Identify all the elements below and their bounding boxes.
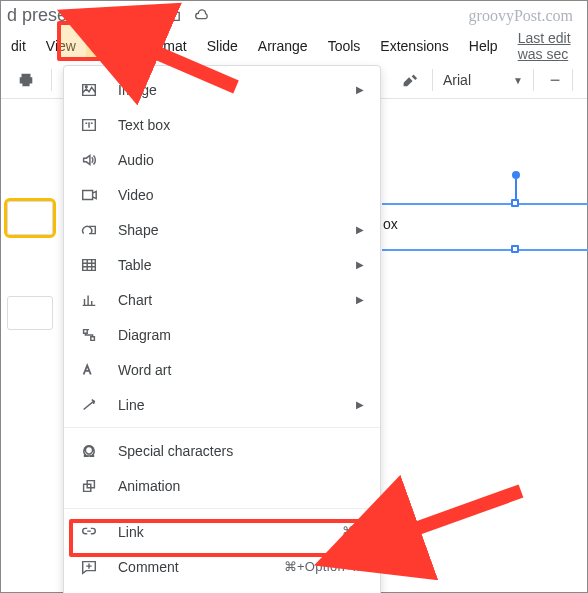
menu-item-label: Diagram	[118, 327, 364, 343]
annotation-arrow	[371, 481, 531, 574]
menu-item-label: Audio	[118, 152, 364, 168]
table-icon	[78, 254, 100, 276]
selection-edge	[382, 203, 588, 205]
menu-item-line[interactable]: Line▶	[64, 387, 380, 422]
svg-line-1	[393, 491, 521, 537]
slide-thumbnail[interactable]	[7, 201, 53, 235]
separator	[533, 69, 534, 91]
menu-item-label: Shape	[118, 222, 356, 238]
annotation-arrow	[116, 29, 246, 102]
menu-item-label: Special characters	[118, 443, 364, 459]
selection-handle[interactable]	[511, 245, 519, 253]
font-name-value: Arial	[443, 72, 471, 88]
menu-item-animation[interactable]: Animation	[64, 468, 380, 503]
animation-icon	[78, 475, 100, 497]
menu-item-shortcut: ⌘+Option+M	[284, 559, 364, 574]
separator	[432, 69, 433, 91]
menu-item-wordart[interactable]: Word art	[64, 352, 380, 387]
submenu-arrow-icon: ▶	[356, 84, 364, 95]
menubar-item-help[interactable]: Help	[459, 33, 508, 59]
menu-item-label: Video	[118, 187, 364, 203]
menubar-item-arrange[interactable]: Arrange	[248, 33, 318, 59]
menu-item-audio[interactable]: Audio	[64, 142, 380, 177]
video-icon	[78, 184, 100, 206]
menu-item-label: Text box	[118, 117, 364, 133]
special-icon	[78, 440, 100, 462]
star-icon[interactable]	[133, 6, 151, 24]
line-icon	[78, 394, 100, 416]
menu-item-textbox[interactable]: Text box	[64, 107, 380, 142]
menu-item-shape[interactable]: Shape▶	[64, 212, 380, 247]
shape-icon	[78, 219, 100, 241]
submenu-arrow-icon: ▶	[356, 294, 364, 305]
textbox-icon	[78, 114, 100, 136]
canvas-textbox-text[interactable]: ox	[383, 216, 398, 232]
insert-menu-dropdown: Image▶Text boxAudioVideoShape▶Table▶Char…	[63, 65, 381, 593]
annotation-highlight-comment	[69, 519, 374, 557]
menu-item-chart[interactable]: Chart▶	[64, 282, 380, 317]
font-size-decrease[interactable]: −	[544, 69, 566, 91]
submenu-arrow-icon: ▶	[356, 399, 364, 410]
selection-edge	[382, 249, 588, 251]
rotation-stem	[515, 179, 517, 201]
menu-item-table[interactable]: Table▶	[64, 247, 380, 282]
menu-item-label: Line	[118, 397, 356, 413]
menubar-item-tools[interactable]: Tools	[318, 33, 371, 59]
menu-item-diagram[interactable]: Diagram	[64, 317, 380, 352]
menu-item-special[interactable]: Special characters	[64, 433, 380, 468]
menubar-item-dit[interactable]: dit	[1, 33, 36, 59]
chevron-down-icon: ▼	[513, 75, 523, 86]
slide-thumbnails	[3, 101, 59, 586]
menu-item-label: Table	[118, 257, 356, 273]
rotation-handle[interactable]	[512, 171, 520, 179]
diagram-icon	[78, 324, 100, 346]
comment-icon	[78, 556, 100, 578]
submenu-arrow-icon: ▶	[356, 224, 364, 235]
menubar-item-extensions[interactable]: Extensions	[370, 33, 458, 59]
watermark: groovyPost.com	[469, 7, 573, 25]
slide-thumbnail[interactable]	[7, 296, 53, 330]
move-folder-icon[interactable]	[163, 6, 181, 24]
menu-item-label: Word art	[118, 362, 364, 378]
menu-item-newslide[interactable]: New slideCtrl+M	[64, 584, 380, 593]
audio-icon	[78, 149, 100, 171]
image-icon	[78, 79, 100, 101]
background-color-icon[interactable]	[396, 67, 422, 93]
wordart-icon	[78, 359, 100, 381]
menu-item-label: Comment	[118, 559, 284, 575]
chart-icon	[78, 289, 100, 311]
cloud-status-icon[interactable]	[193, 6, 211, 24]
separator	[51, 69, 52, 91]
font-size-increase[interactable]	[572, 69, 588, 91]
menu-item-label: Chart	[118, 292, 356, 308]
last-edit-link[interactable]: Last edit was sec	[518, 30, 587, 62]
font-name-select[interactable]: Arial ▼	[443, 72, 523, 88]
submenu-arrow-icon: ▶	[356, 259, 364, 270]
menu-item-label: Animation	[118, 478, 364, 494]
menu-item-video[interactable]: Video	[64, 177, 380, 212]
print-icon[interactable]	[13, 67, 39, 93]
svg-line-0	[134, 43, 236, 87]
